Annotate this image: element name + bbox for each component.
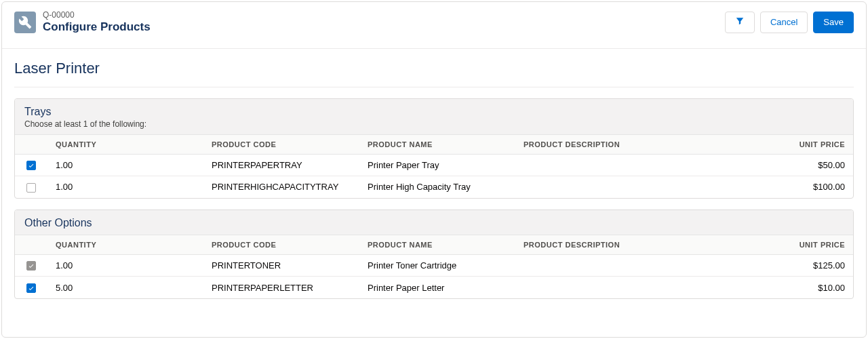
row-checkbox[interactable] — [26, 283, 36, 293]
column-header-unit-price: UNIT PRICE — [745, 235, 853, 255]
header-left: Q-00000 Configure Products — [14, 10, 151, 35]
cell-product-name: Printer Paper Letter — [359, 277, 515, 298]
row-checkbox — [26, 261, 36, 271]
table-row: 1.00PRINTERPAPERTRAYPrinter Paper Tray$5… — [15, 154, 853, 176]
row-checkbox[interactable] — [26, 183, 36, 193]
cell-product-code: PRINTERTONER — [203, 254, 359, 277]
options-table: QUANTITYPRODUCT CODEPRODUCT NAMEPRODUCT … — [15, 235, 853, 298]
checkbox-cell — [15, 277, 47, 298]
cell-product-description — [515, 277, 745, 298]
cell-product-description — [515, 154, 745, 176]
page: Q-00000 Configure Products Cancel Save L… — [1, 1, 867, 338]
save-button[interactable]: Save — [813, 12, 854, 33]
cell-quantity: 1.00 — [47, 154, 203, 176]
cell-product-description — [515, 176, 745, 198]
page-header: Q-00000 Configure Products Cancel Save — [2, 2, 866, 49]
cell-product-name: Printer High Capacity Tray — [359, 176, 515, 198]
header-text: Q-00000 Configure Products — [43, 10, 151, 35]
column-header-product-description: PRODUCT DESCRIPTION — [515, 235, 745, 255]
table-row: 1.00PRINTERHIGHCAPACITYTRAYPrinter High … — [15, 176, 853, 198]
column-header-quantity: QUANTITY — [47, 235, 203, 255]
column-header-unit-price: UNIT PRICE — [745, 135, 853, 155]
cell-unit-price: $10.00 — [745, 277, 853, 298]
table-row: 1.00PRINTERTONERPrinter Toner Cartridge$… — [15, 254, 853, 277]
group-subtitle: Choose at least 1 of the following: — [24, 119, 844, 129]
cell-unit-price: $100.00 — [745, 176, 853, 198]
cell-quantity: 5.00 — [47, 277, 203, 298]
cell-product-code: PRINTERPAPERLETTER — [203, 277, 359, 298]
group-title: Trays — [24, 106, 844, 118]
group-header: Other Options — [15, 210, 853, 235]
product-title: Laser Printer — [14, 56, 854, 87]
column-header-check — [15, 135, 47, 155]
wrench-icon — [14, 12, 36, 33]
groups-container: TraysChoose at least 1 of the following:… — [14, 98, 854, 299]
content: Laser Printer TraysChoose at least 1 of … — [2, 49, 866, 322]
header-actions: Cancel Save — [725, 12, 854, 33]
column-header-product-code: PRODUCT CODE — [203, 235, 359, 255]
table-row: 5.00PRINTERPAPERLETTERPrinter Paper Lett… — [15, 277, 853, 298]
checkbox-cell — [15, 154, 47, 176]
page-title: Configure Products — [43, 20, 151, 34]
cell-product-code: PRINTERPAPERTRAY — [203, 154, 359, 176]
cell-product-name: Printer Paper Tray — [359, 154, 515, 176]
cell-unit-price: $50.00 — [745, 154, 853, 176]
cell-quantity: 1.00 — [47, 254, 203, 277]
column-header-product-description: PRODUCT DESCRIPTION — [515, 135, 745, 155]
quote-number: Q-00000 — [43, 10, 151, 20]
column-header-quantity: QUANTITY — [47, 135, 203, 155]
cell-product-code: PRINTERHIGHCAPACITYTRAY — [203, 176, 359, 198]
column-header-check — [15, 235, 47, 255]
row-checkbox[interactable] — [26, 161, 36, 170]
cell-unit-price: $125.00 — [745, 254, 853, 277]
checkbox-cell — [15, 254, 47, 277]
cell-quantity: 1.00 — [47, 176, 203, 198]
filter-icon — [735, 16, 745, 28]
checkbox-cell — [15, 176, 47, 198]
option-group: TraysChoose at least 1 of the following:… — [14, 98, 854, 199]
option-group: Other OptionsQUANTITYPRODUCT CODEPRODUCT… — [14, 210, 854, 299]
column-header-product-name: PRODUCT NAME — [359, 235, 515, 255]
options-table: QUANTITYPRODUCT CODEPRODUCT NAMEPRODUCT … — [15, 135, 853, 198]
column-header-product-code: PRODUCT CODE — [203, 135, 359, 155]
group-title: Other Options — [24, 217, 844, 229]
group-header: TraysChoose at least 1 of the following: — [15, 99, 853, 135]
column-header-product-name: PRODUCT NAME — [359, 135, 515, 155]
cell-product-name: Printer Toner Cartridge — [359, 254, 515, 277]
cell-product-description — [515, 254, 745, 277]
filter-button[interactable] — [725, 12, 755, 33]
cancel-button[interactable]: Cancel — [760, 12, 808, 33]
